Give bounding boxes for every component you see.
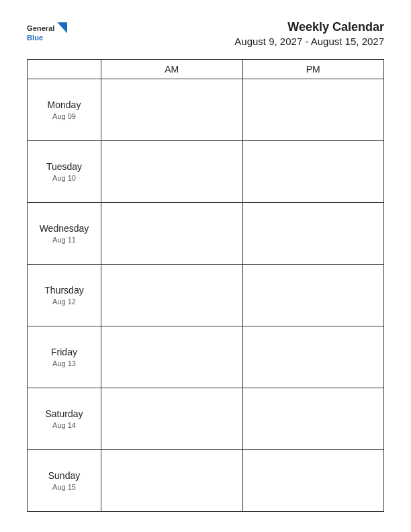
am-cell-monday[interactable] [101,79,243,141]
day-date: Aug 09 [31,112,97,120]
day-cell-saturday: SaturdayAug 14 [28,388,101,450]
day-date: Aug 10 [31,174,97,182]
am-cell-thursday[interactable] [101,265,243,326]
am-cell-friday[interactable] [101,326,243,388]
day-date: Aug 15 [31,483,97,491]
day-name: Saturday [31,408,97,419]
day-cell-wednesday: WednesdayAug 11 [28,203,101,265]
table-header-row: AM PM [28,60,384,79]
day-name: Sunday [31,470,97,481]
am-cell-sunday[interactable] [101,450,243,512]
calendar-table: AM PM MondayAug 09TuesdayAug 10Wednesday… [27,59,384,512]
page: General Blue Weekly Calendar August 9, 2… [0,0,411,532]
day-name: Thursday [31,285,97,296]
am-cell-saturday[interactable] [101,388,243,450]
day-name: Monday [31,99,97,110]
corner-cell [28,60,101,79]
day-date: Aug 14 [31,421,97,429]
pm-cell-thursday[interactable] [242,265,384,326]
day-name: Friday [31,347,97,357]
svg-text:General: General [27,24,54,32]
day-cell-friday: FridayAug 13 [28,326,101,388]
am-cell-tuesday[interactable] [101,141,243,203]
day-cell-tuesday: TuesdayAug 10 [28,141,101,203]
am-cell-wednesday[interactable] [101,203,243,265]
pm-cell-monday[interactable] [242,79,384,141]
pm-cell-wednesday[interactable] [242,203,384,265]
svg-text:Blue: Blue [27,34,43,42]
logo-svg: General Blue [27,20,67,47]
logo: General Blue [27,20,67,47]
svg-marker-1 [57,22,67,33]
pm-cell-saturday[interactable] [242,388,384,450]
table-row: WednesdayAug 11 [28,203,384,265]
table-row: SundayAug 15 [28,450,384,512]
header: General Blue Weekly Calendar August 9, 2… [27,20,384,47]
day-name: Wednesday [31,223,97,234]
calendar-title-date: August 9, 2027 - August 15, 2027 [234,36,384,47]
table-row: SaturdayAug 14 [28,388,384,450]
pm-cell-friday[interactable] [242,326,384,388]
day-cell-thursday: ThursdayAug 12 [28,265,101,326]
day-date: Aug 11 [31,236,97,244]
table-row: MondayAug 09 [28,79,384,141]
day-cell-sunday: SundayAug 15 [28,450,101,512]
calendar-title-main: Weekly Calendar [234,20,384,34]
day-date: Aug 13 [31,359,97,367]
table-row: FridayAug 13 [28,326,384,388]
pm-cell-tuesday[interactable] [242,141,384,203]
pm-cell-sunday[interactable] [242,450,384,512]
calendar-title: Weekly Calendar August 9, 2027 - August … [234,20,384,47]
am-header: AM [101,60,243,79]
table-row: ThursdayAug 12 [28,265,384,326]
day-name: Tuesday [31,161,97,172]
day-date: Aug 12 [31,298,97,306]
day-cell-monday: MondayAug 09 [28,79,101,141]
table-row: TuesdayAug 10 [28,141,384,203]
pm-header: PM [242,60,384,79]
